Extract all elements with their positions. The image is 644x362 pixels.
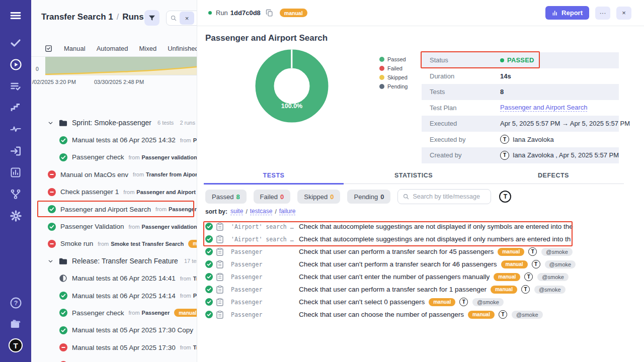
chevron-down-icon[interactable] xyxy=(48,120,54,126)
test-row[interactable]: Passenger Check that user can't perform … xyxy=(205,258,644,270)
test-row[interactable]: Passenger Check that user can't select 0… xyxy=(205,296,644,308)
tab-defects[interactable]: DEFECTS xyxy=(484,170,623,184)
steps-icon[interactable] xyxy=(9,101,22,114)
from-word: from xyxy=(98,241,109,247)
run-id: 1dd7c0d8 xyxy=(230,9,261,17)
sort-testcase-link[interactable]: testcase xyxy=(250,208,273,215)
bar-chart-icon[interactable] xyxy=(9,166,22,179)
detail-row-executed-by: Executed by TIana Zavoloka xyxy=(422,132,619,148)
result-donut-chart: 100.0% xyxy=(255,49,329,125)
test-title[interactable]: Check that user can choose the number of… xyxy=(299,311,464,318)
run-label: Passenger Validation xyxy=(60,223,124,230)
test-title[interactable]: Check that autocomplete suggestings are … xyxy=(299,223,573,230)
clipboard-icon xyxy=(216,248,224,256)
created-by-value: Iana Zavoloka , Apr 5, 2025 5:57 PM xyxy=(513,151,619,159)
test-row[interactable]: 'Airport' search … Check that autocomple… xyxy=(205,233,644,245)
tree-run-row[interactable]: Check passenger 1 from Passenger and Air… xyxy=(31,184,197,201)
smoke-tag[interactable]: @smoke xyxy=(537,273,569,281)
chip-pending[interactable]: Pending0 xyxy=(347,190,390,204)
failed-icon xyxy=(59,343,67,351)
test-title[interactable]: Check that user can't enter the number o… xyxy=(299,273,490,281)
smoke-tag[interactable]: @smoke xyxy=(472,298,504,306)
chip-passed[interactable]: Passed8 xyxy=(205,190,247,204)
folders-icon[interactable] xyxy=(9,318,22,331)
failed-icon xyxy=(48,240,56,248)
tree-run-row[interactable]: Manual tests at 05 Apr 2025 17:30 Copy f… xyxy=(31,322,197,339)
gear-icon[interactable] xyxy=(9,209,22,222)
more-button[interactable]: ··· xyxy=(595,7,610,20)
search-icon xyxy=(170,15,177,22)
tree-run-row[interactable]: Manual tests at 05 Apr 2025 17:30 from T… xyxy=(31,339,197,356)
tab-tests[interactable]: TESTS xyxy=(204,170,344,185)
test-row[interactable]: Passenger Check that user can choose the… xyxy=(205,308,644,321)
manual-badge: manual xyxy=(498,248,524,256)
test-title[interactable]: Check that autocomplete suggestings are … xyxy=(299,235,571,243)
tree-folder[interactable]: Sprint: Smoke-passenger 6 tests 2 runs xyxy=(31,114,197,131)
tab-mixed[interactable]: Mixed xyxy=(139,45,157,52)
help-icon[interactable]: ? xyxy=(9,296,22,309)
executed-by-value: Iana Zavoloka xyxy=(513,136,554,143)
x-tick-mid: 03/30/2025 2:48 PM xyxy=(94,79,144,85)
from-target: Pass xyxy=(193,293,197,299)
tab-automated[interactable]: Automated xyxy=(97,45,128,52)
test-title[interactable]: Check that user can perform a transfer s… xyxy=(299,248,494,255)
test-plan-link[interactable]: Passenger and Airport Search xyxy=(500,104,587,112)
smoke-tag[interactable]: @smoke xyxy=(545,260,576,268)
test-row[interactable]: 'Airport' search … Check that autocomple… xyxy=(205,220,644,233)
app-window: ? T Transfer Search 1 / Runs × Manual Au… xyxy=(0,0,644,362)
report-button[interactable]: Report xyxy=(545,6,589,20)
tab-statistics[interactable]: STATISTICS xyxy=(344,170,484,184)
reporter-logo-button[interactable]: T xyxy=(499,191,511,203)
run-title: Passenger and Airport Search xyxy=(205,33,328,43)
tab-unfinished[interactable]: Unfinished xyxy=(168,45,197,52)
run-label: Manual tests at 06 Apr 2025 14:41 xyxy=(72,275,176,282)
tree-run-row[interactable]: Manual tests at 06 Mar 2025 11:43 from xyxy=(31,356,197,362)
tree-run-row[interactable]: Manual tests at 06 Apr 2025 14:41 from T… xyxy=(31,270,197,287)
test-title[interactable]: Check that user can perform a transfer s… xyxy=(299,286,487,293)
tree-run-row[interactable]: Smoke run from Smoke test Transfer Searc… xyxy=(31,235,197,252)
git-branch-icon[interactable] xyxy=(9,188,22,201)
project-title[interactable]: Transfer Search 1 xyxy=(41,12,113,22)
test-row[interactable]: Passenger Check that user can perform a … xyxy=(205,245,644,258)
clipboard-icon xyxy=(216,311,224,319)
smoke-tag[interactable]: @smoke xyxy=(534,286,566,294)
tree-run-row-selected[interactable]: Passenger and Airport Search from Passen… xyxy=(31,201,197,218)
sort-suite-link[interactable]: suite xyxy=(230,208,243,215)
test-row[interactable]: Passenger Check that user can't enter th… xyxy=(205,270,644,283)
chip-failed[interactable]: Failed0 xyxy=(254,190,291,204)
clear-search-button[interactable]: × xyxy=(180,12,194,25)
activity-icon[interactable] xyxy=(9,123,22,136)
from-target: Tran xyxy=(193,276,197,282)
sign-in-icon[interactable] xyxy=(9,144,22,157)
smoke-tag[interactable]: @smoke xyxy=(541,248,573,256)
chevron-down-icon[interactable] xyxy=(48,258,54,264)
tree-run-row[interactable]: Manual tests at 06 Apr 2025 14:14 from P… xyxy=(31,287,197,304)
play-circle-icon[interactable] xyxy=(9,58,22,71)
smoke-tag[interactable]: @smoke xyxy=(512,311,543,319)
clipboard-icon xyxy=(216,260,224,268)
tests-search-input[interactable] xyxy=(413,193,488,200)
filter-button[interactable] xyxy=(144,10,159,26)
app-logo-t[interactable]: T xyxy=(9,338,23,352)
test-title[interactable]: Check that user can't perform a transfer… xyxy=(299,260,497,268)
passed-icon xyxy=(205,273,213,281)
test-row[interactable]: Passenger Check that user can perform a … xyxy=(205,283,644,296)
chip-skipped[interactable]: Skipped0 xyxy=(297,190,340,204)
check-icon[interactable] xyxy=(9,36,22,49)
tree-folder[interactable]: Release: Transfer Search Feature 17 test… xyxy=(31,252,197,269)
select-runs-icon[interactable] xyxy=(44,44,53,53)
list-check-icon[interactable] xyxy=(9,79,22,93)
tree-run-row[interactable]: Manual on MacOs env from Transfer from A… xyxy=(31,166,197,183)
tree-run-row[interactable]: Passenger check from Passenger manual 6 xyxy=(31,304,197,321)
menu-icon[interactable] xyxy=(9,9,22,22)
test-title[interactable]: Check that user can't select 0 passenger… xyxy=(299,298,425,306)
tree-run-row[interactable]: Passenger Validation from Passenger vali… xyxy=(31,218,197,235)
x-tick-left: /02/2025 3:20 PM xyxy=(32,79,76,85)
copy-icon[interactable] xyxy=(265,9,274,17)
run-label: Smoke run xyxy=(60,240,93,247)
tab-manual[interactable]: Manual xyxy=(64,45,86,52)
tree-run-row[interactable]: Manual tests at 06 Apr 2025 14:32 from P… xyxy=(31,131,197,148)
tree-run-row[interactable]: Passenger check from Passenger validatio… xyxy=(31,149,197,166)
sort-failure-link[interactable]: failure xyxy=(279,208,296,215)
close-button[interactable]: × xyxy=(616,7,631,20)
